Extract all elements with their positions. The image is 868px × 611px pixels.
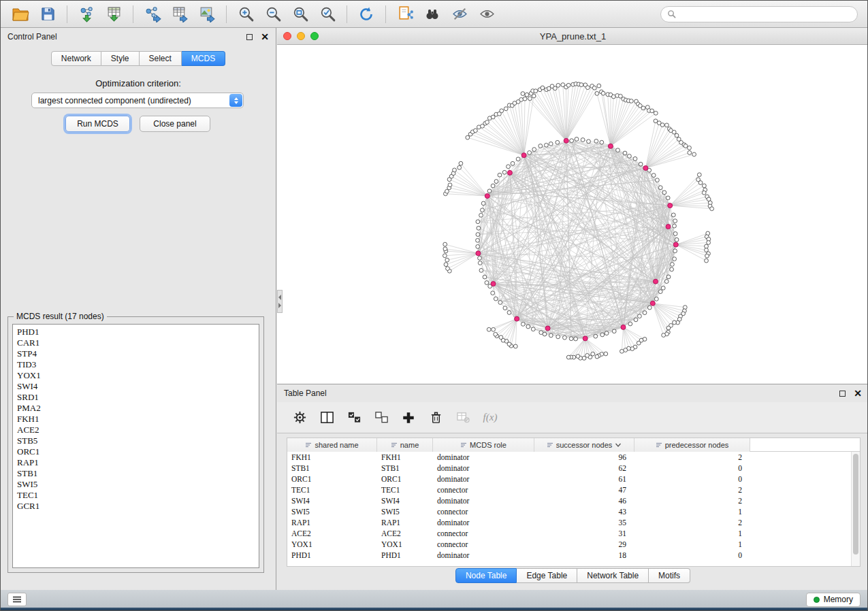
maximize-window-icon[interactable] [310,32,319,40]
mcds-result-item[interactable]: YOX1 [17,370,255,381]
status-menu-button[interactable] [7,593,27,606]
mcds-result-group: MCDS result (17 nodes) PHD1CAR1STP4TID3Y… [7,316,264,573]
cell-predecessor-nodes: 2 [634,484,750,495]
function-builder-button[interactable]: f(x) [481,409,499,427]
run-mcds-button[interactable]: Run MCDS [65,116,130,132]
float-panel-icon[interactable] [246,34,253,40]
table-tab-node-table[interactable]: Node Table [455,568,517,583]
table-row[interactable]: STB1STB1dominator620 [287,463,860,474]
mcds-result-item[interactable]: ACE2 [17,425,255,435]
main-toolbar [1,1,867,28]
mcds-result-item[interactable]: STP4 [17,348,255,359]
close-window-icon[interactable] [283,32,291,40]
select-all-icon [347,410,361,425]
cell-name: PHD1 [377,550,433,561]
mcds-result-item[interactable]: SRD1 [17,392,255,403]
hide-graphics-details-button[interactable] [447,3,472,25]
memory-button[interactable]: Memory [806,593,861,607]
save-session-button[interactable] [35,3,61,25]
splitter-collapse-handle[interactable] [277,290,283,313]
mcds-result-item[interactable]: SWI5 [17,479,255,490]
close-table-panel-icon[interactable]: ✕ [854,389,862,398]
zoom-in-button[interactable] [233,3,259,25]
toolbar-separator [347,5,347,23]
table-tab-edge-table[interactable]: Edge Table [517,568,577,583]
import-network-from-file-button[interactable] [74,3,99,25]
mcds-result-item[interactable]: SWI4 [17,381,255,392]
mcds-result-item[interactable]: FKH1 [17,414,255,425]
float-table-panel-icon[interactable] [839,391,846,397]
mcds-result-list[interactable]: PHD1CAR1STP4TID3YOX1SWI4SRD1PMA2FKH1ACE2… [12,324,259,568]
scrollbar-thumb[interactable] [853,454,858,555]
mcds-result-item[interactable]: RAP1 [17,457,255,468]
close-panel-button[interactable]: Close panel [140,116,210,132]
mcds-result-item[interactable]: CAR1 [17,337,255,348]
mcds-result-item[interactable]: STB5 [17,435,255,446]
control-tab-mcds[interactable]: MCDS [182,51,225,66]
export-image-icon [199,5,216,22]
mcds-result-item[interactable]: TEC1 [17,490,255,501]
table-row[interactable]: ORC1ORC1dominator610 [287,474,860,484]
cell-predecessor-nodes: 0 [634,463,750,474]
close-panel-icon[interactable]: ✕ [261,32,269,42]
delete-column-button[interactable] [427,409,445,427]
mcds-result-item[interactable]: GCR1 [17,501,255,512]
desktop-background-strip [1,608,867,610]
control-tab-select[interactable]: Select [140,51,182,66]
table-toolbar: f(x) [277,402,868,433]
table-row[interactable]: FKH1FKH1dominator962 [287,452,860,463]
cell-predecessor-nodes: 2 [634,452,750,463]
refresh-button[interactable] [353,3,379,25]
criterion-dropdown[interactable]: largest connected component (undirected) [31,93,244,108]
table-row[interactable]: SWI4SWI4dominator462 [287,495,860,506]
create-column-button[interactable] [400,409,417,427]
column-header-shared-name[interactable]: shared name [287,438,377,452]
column-header-mcds-role[interactable]: MCDS role [433,438,534,452]
share-session-button[interactable] [392,3,418,25]
table-row[interactable]: PHD1PHD1dominator180 [287,550,860,561]
delete-table-button-disabled[interactable] [454,409,472,427]
table-tab-network-table[interactable]: Network Table [577,568,649,583]
column-header-label: successor nodes [556,441,613,449]
column-header-label: shared name [315,441,358,449]
cell-shared-name: FKH1 [287,452,377,463]
column-header-name[interactable]: name [377,438,433,452]
mcds-result-item[interactable]: STB1 [17,468,255,479]
control-tab-network[interactable]: Network [51,51,101,66]
cell-predecessor-nodes: 2 [634,517,750,528]
export-image-button[interactable] [194,3,220,25]
mcds-result-item[interactable]: PMA2 [17,403,255,414]
zoom-out-button[interactable] [260,3,286,25]
table-row[interactable]: RAP1RAP1dominator352 [287,517,860,528]
zoom-fit-button[interactable] [287,3,313,25]
open-file-button[interactable] [7,3,33,25]
table-row[interactable]: TEC1TEC1connector472 [287,484,860,495]
show-graphics-details-button[interactable] [474,3,500,25]
network-canvas[interactable] [277,45,868,384]
import-table-from-file-button[interactable] [101,3,127,25]
column-header-predecessor-nodes[interactable]: predecessor nodes [634,438,750,452]
memory-status-icon [814,597,820,603]
cell-mcds-role: connector [433,506,534,517]
table-row[interactable]: SWI5SWI5connector431 [287,506,860,517]
new-network-button[interactable] [140,3,165,25]
table-settings-button[interactable] [291,409,308,427]
cell-predecessor-nodes: 1 [634,528,750,539]
show-columns-button[interactable] [318,409,336,427]
unselect-all-columns-button[interactable] [372,409,390,427]
mcds-result-item[interactable]: PHD1 [17,327,255,337]
chevron-down-icon [615,442,622,448]
control-tab-style[interactable]: Style [101,51,140,66]
table-row[interactable]: ACE2ACE2connector311 [287,528,860,539]
mcds-result-item[interactable]: TID3 [17,359,255,370]
search-network-button[interactable] [419,3,445,25]
column-header-successor-nodes[interactable]: successor nodes [534,438,634,452]
mcds-result-item[interactable]: ORC1 [17,446,255,457]
zoom-selected-button[interactable] [315,3,340,25]
minimize-window-icon[interactable] [297,32,305,40]
select-all-columns-button[interactable] [345,409,363,427]
table-row[interactable]: YOX1YOX1connector291 [287,539,860,550]
search-input[interactable] [680,10,851,19]
new-table-button[interactable] [167,3,193,25]
table-tab-motifs[interactable]: Motifs [649,568,690,583]
